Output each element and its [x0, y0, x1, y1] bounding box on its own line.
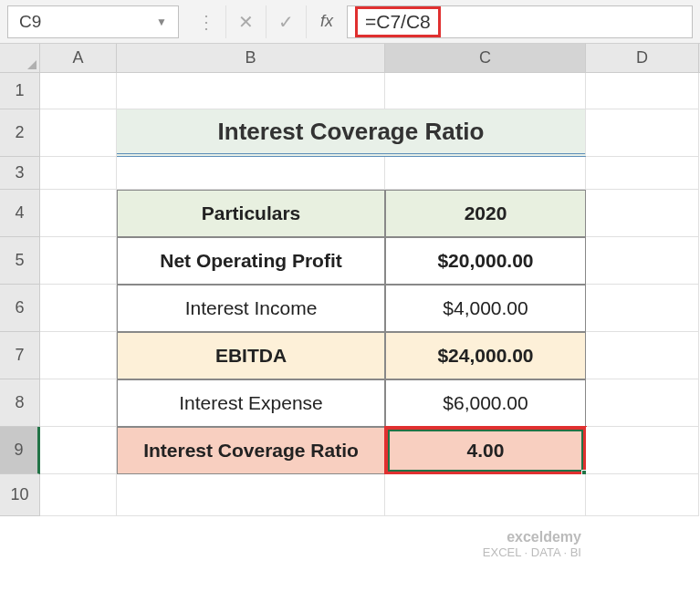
cell-b3[interactable] — [117, 157, 385, 190]
row-6: 6 Interest Income $4,000.00 — [0, 285, 700, 332]
cancel-icon[interactable]: ✕ — [226, 5, 266, 38]
row-1: 1 — [0, 73, 700, 109]
row-4: 4 Particulars 2020 — [0, 190, 700, 237]
cell-d8[interactable] — [586, 379, 699, 427]
cell-d3[interactable] — [586, 157, 699, 190]
cell-a5[interactable] — [40, 237, 117, 285]
cell-d5[interactable] — [586, 237, 699, 285]
row-header-4[interactable]: 4 — [0, 190, 40, 237]
cell-d10[interactable] — [586, 474, 699, 516]
formula-bar: C9 ▼ ⋮ ✕ ✓ fx =C7/C8 — [0, 0, 700, 44]
check-icon[interactable]: ✓ — [266, 5, 307, 38]
row-header-5[interactable]: 5 — [0, 237, 40, 285]
cell-d2[interactable] — [586, 109, 699, 157]
title-cell[interactable]: Interest Coverage Ratio — [117, 109, 586, 157]
row-8: 8 Interest Expense $6,000.00 — [0, 379, 700, 427]
header-year[interactable]: 2020 — [385, 190, 586, 237]
value-icr: 4.00 — [467, 440, 505, 462]
watermark: exceldemy EXCEL · DATA · BI — [483, 528, 581, 560]
cell-a2[interactable] — [40, 109, 117, 157]
label-icr[interactable]: Interest Coverage Ratio — [117, 427, 385, 474]
formula-input[interactable]: =C7/C8 — [347, 5, 693, 38]
row-header-10[interactable]: 10 — [0, 474, 40, 516]
row-header-1[interactable]: 1 — [0, 73, 40, 109]
cell-d4[interactable] — [586, 190, 699, 237]
watermark-tag: EXCEL · DATA · BI — [483, 545, 581, 560]
row-header-8[interactable]: 8 — [0, 379, 40, 427]
spreadsheet: A B C D 1 2 Interest Coverage Ratio 3 4 — [0, 44, 700, 516]
row-header-6[interactable]: 6 — [0, 285, 40, 332]
row-header-2[interactable]: 2 — [0, 109, 40, 157]
header-particulars[interactable]: Particulars — [117, 190, 385, 237]
value-net-operating-profit[interactable]: $20,000.00 — [385, 237, 586, 285]
col-header-a[interactable]: A — [40, 44, 117, 72]
row-header-3[interactable]: 3 — [0, 157, 40, 190]
label-interest-income[interactable]: Interest Income — [117, 285, 385, 332]
cell-d7[interactable] — [586, 332, 699, 379]
cell-a4[interactable] — [40, 190, 117, 237]
col-header-c[interactable]: C — [385, 44, 586, 72]
value-interest-income[interactable]: $4,000.00 — [385, 285, 586, 332]
value-ebitda[interactable]: $24,000.00 — [385, 332, 586, 379]
cell-a8[interactable] — [40, 379, 117, 427]
row-3: 3 — [0, 157, 700, 190]
cell-b1[interactable] — [117, 73, 385, 109]
col-header-d[interactable]: D — [586, 44, 699, 72]
column-headers: A B C D — [0, 44, 700, 73]
cell-c3[interactable] — [385, 157, 586, 190]
row-9: 9 Interest Coverage Ratio 4.00 — [0, 427, 700, 474]
cell-a9[interactable] — [40, 427, 117, 474]
cell-c10[interactable] — [385, 474, 586, 516]
row-10: 10 — [0, 474, 700, 516]
name-box[interactable]: C9 ▼ — [7, 5, 179, 38]
cell-a1[interactable] — [40, 73, 117, 109]
cell-d6[interactable] — [586, 285, 699, 332]
formula-text: =C7/C8 — [355, 6, 441, 37]
label-ebitda[interactable]: EBITDA — [117, 332, 385, 379]
cell-a7[interactable] — [40, 332, 117, 379]
row-header-7[interactable]: 7 — [0, 332, 40, 379]
chevron-down-icon[interactable]: ▼ — [156, 16, 167, 28]
value-interest-expense[interactable]: $6,000.00 — [385, 379, 586, 427]
cell-a3[interactable] — [40, 157, 117, 190]
row-5: 5 Net Operating Profit $20,000.00 — [0, 237, 700, 285]
cell-b10[interactable] — [117, 474, 385, 516]
cell-a10[interactable] — [40, 474, 117, 516]
fx-label[interactable]: fx — [307, 12, 347, 31]
cell-c1[interactable] — [385, 73, 586, 109]
watermark-brand: exceldemy — [483, 528, 581, 545]
label-interest-expense[interactable]: Interest Expense — [117, 379, 385, 427]
cell-d1[interactable] — [586, 73, 699, 109]
cell-a6[interactable] — [40, 285, 117, 332]
row-2: 2 Interest Coverage Ratio — [0, 109, 700, 157]
formula-options-icon[interactable]: ⋮ — [186, 5, 226, 38]
col-header-b[interactable]: B — [117, 44, 385, 72]
label-net-operating-profit[interactable]: Net Operating Profit — [117, 237, 385, 285]
row-7: 7 EBITDA $24,000.00 — [0, 332, 700, 379]
select-all-corner[interactable] — [0, 44, 40, 72]
cell-c9-selected[interactable]: 4.00 — [385, 427, 586, 474]
name-box-value: C9 — [19, 12, 41, 32]
row-header-9[interactable]: 9 — [0, 427, 40, 474]
cell-d9[interactable] — [586, 427, 699, 474]
